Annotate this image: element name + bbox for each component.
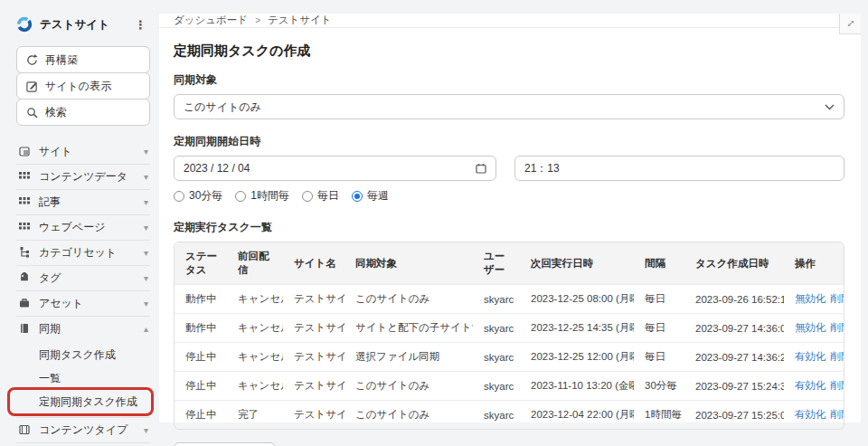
search-label: 検索 <box>45 105 67 120</box>
datetime-row: 2023 / 12 / 04 21：13 <box>174 156 844 181</box>
sync-target-label: 同期対象 <box>174 72 844 88</box>
start-date-input[interactable]: 2023 / 12 / 04 <box>174 156 496 181</box>
calendar-icon[interactable] <box>476 163 486 174</box>
start-date-value: 2023 / 12 / 04 <box>184 162 250 175</box>
breadcrumb-dashboard[interactable]: ダッシュボード <box>174 14 248 27</box>
kebab-menu-icon[interactable]: ⋮ <box>131 18 150 32</box>
table-row: 停止中 完了 テストサイト このサイトのみ skyarc 2023-12-04 … <box>175 401 844 430</box>
delete-link[interactable]: 削除 <box>831 321 844 335</box>
sidebar-item-asset[interactable]: アセット ▾ <box>16 290 150 316</box>
sidebar-item-content-data[interactable]: コンテンツデータ ▾ <box>16 164 150 189</box>
sidebar-item-member[interactable]: メンバー ▾ <box>16 442 150 446</box>
book-icon <box>19 323 31 335</box>
table-row: 動作中 キャンセル テストサイト このサイトのみ skyarc 2023-12-… <box>175 285 844 314</box>
sidebar-item-webpage[interactable]: ウェブページ ▾ <box>16 214 150 240</box>
sidebar-nav: サイト ▾ コンテンツデータ ▾ 記事 ▾ ウェブページ ▾ カテゴリセット ▾… <box>16 138 150 446</box>
sidebar-item-sync[interactable]: 同期 ▴ <box>16 316 150 341</box>
col-user: ユーザー <box>473 242 520 285</box>
rebuild-label: 再構築 <box>45 52 78 68</box>
search-icon <box>26 107 38 119</box>
radio-circle-checked <box>352 191 363 202</box>
sidebar-subitem-sync-task-create[interactable]: 同期タスク作成 <box>16 343 150 366</box>
col-sync-target: 同期対象 <box>344 242 473 285</box>
chevron-down-icon[interactable]: ▾ <box>144 197 150 207</box>
sidebar-item-article[interactable]: 記事 ▾ <box>16 189 150 214</box>
radio-daily[interactable]: 毎日 <box>302 188 339 204</box>
delete-link[interactable]: 削除 <box>831 379 844 393</box>
table-row: 停止中 キャンセル テストサイト このサイトのみ skyarc 2023-11-… <box>175 372 844 401</box>
start-time-input[interactable]: 21：13 <box>514 156 844 181</box>
breadcrumb: ダッシュボード > テストサイト <box>159 14 861 28</box>
grid-icon <box>19 222 31 233</box>
tag-icon <box>19 272 31 284</box>
radio-circle <box>302 191 313 202</box>
status-cell: 停止中 <box>175 372 227 401</box>
col-status: ステータス <box>175 242 227 285</box>
grid-icon <box>19 171 31 183</box>
site-title: テストサイト <box>40 17 131 33</box>
table-header-row: ステータス 前回配信 サイト名 同期対象 ユーザー 次回実行日時 間隔 タスク作… <box>175 242 844 285</box>
chevron-down-icon[interactable]: ▾ <box>144 223 150 232</box>
chevron-up-icon[interactable]: ▴ <box>144 324 150 334</box>
sidebar-item-site[interactable]: サイト ▾ <box>16 138 150 164</box>
table-row: 動作中 キャンセル テストサイト サイトと配下の子サイトすべて skyarc 2… <box>175 314 844 343</box>
col-actions: 操作 <box>784 242 844 285</box>
delete-link[interactable]: 削除 <box>831 408 844 422</box>
status-cell: 動作中 <box>175 314 227 343</box>
enable-link[interactable]: 有効化 <box>795 379 826 393</box>
browser-icon <box>19 146 31 157</box>
chevron-down-icon[interactable]: ▾ <box>144 248 150 258</box>
radio-circle <box>174 191 184 202</box>
enable-link[interactable]: 有効化 <box>795 408 826 422</box>
briefcase-icon <box>19 298 31 309</box>
status-cell: 停止中 <box>175 401 227 430</box>
disable-link[interactable]: 無効化 <box>795 321 826 335</box>
disable-link[interactable]: 無効化 <box>795 292 826 306</box>
sidebar-item-category-set[interactable]: カテゴリセット ▾ <box>16 240 150 265</box>
sync-subnav: 同期タスク作成 一覧 定期同期タスク作成 <box>16 341 150 417</box>
radio-1hour[interactable]: 1時間毎 <box>235 188 289 204</box>
breadcrumb-separator: > <box>255 15 260 25</box>
delete-link[interactable]: 削除 <box>831 350 844 364</box>
view-site-button[interactable]: サイトの表示 <box>16 72 150 100</box>
col-last-delivery: 前回配信 <box>227 242 283 285</box>
status-cell: 動作中 <box>175 285 227 314</box>
start-datetime-label: 定期同期開始日時 <box>174 134 844 149</box>
col-created: タスク作成日時 <box>684 242 784 285</box>
chevron-down-icon[interactable]: ▾ <box>144 425 150 435</box>
radio-circle <box>235 191 246 202</box>
col-next-run: 次回実行日時 <box>520 242 634 285</box>
sidebar-item-content-type[interactable]: コンテンツタイプ ▾ <box>16 417 150 442</box>
table-row: 停止中 キャンセル テストサイト 選択ファイル同期 skyarc 2023-12… <box>175 343 844 372</box>
chevron-down-icon[interactable]: ▾ <box>144 172 150 182</box>
col-site-name: サイト名 <box>283 242 344 285</box>
main-content: 定期同期タスクの作成 同期対象 このサイトのみ 定期同期開始日時 2023 / … <box>159 28 861 446</box>
task-table-container: ステータス 前回配信 サイト名 同期対象 ユーザー 次回実行日時 間隔 タスク作… <box>174 242 844 430</box>
view-site-icon <box>26 81 38 92</box>
chevron-down-icon <box>825 104 835 110</box>
status-cell: 停止中 <box>175 343 227 372</box>
breadcrumb-site[interactable]: テストサイト <box>268 14 332 27</box>
sidebar-header: テストサイト ⋮ <box>16 13 150 36</box>
radio-weekly[interactable]: 毎週 <box>352 188 389 204</box>
radio-30min[interactable]: 30分毎 <box>174 188 222 204</box>
delete-link[interactable]: 削除 <box>831 292 844 306</box>
rebuild-button[interactable]: 再構築 <box>16 46 150 73</box>
sync-target-select[interactable]: このサイトのみ <box>174 94 844 119</box>
page-title: 定期同期タスクの作成 <box>174 43 844 60</box>
chevron-down-icon[interactable]: ▾ <box>144 147 150 157</box>
start-time-value: 21：13 <box>524 161 560 176</box>
sidebar: テストサイト ⋮ 再構築 サイトの表示 検索 サイト ▾ コンテンツデータ <box>0 0 159 446</box>
enable-link[interactable]: 有効化 <box>795 350 826 364</box>
chevron-down-icon[interactable]: ▾ <box>144 299 150 308</box>
hierarchy-icon <box>19 247 31 259</box>
app-logo-icon <box>16 16 33 33</box>
reserve-sync-button[interactable]: 同期を予約する <box>174 442 276 446</box>
sidebar-item-tag[interactable]: タグ ▾ <box>16 265 150 290</box>
chevron-down-icon[interactable]: ▾ <box>144 273 150 283</box>
sidebar-subitem-periodic-sync-task-create[interactable]: 定期同期タスク作成 <box>16 390 150 413</box>
task-list-title: 定期実行タスク一覧 <box>174 220 844 235</box>
sidebar-subitem-sync-list[interactable]: 一覧 <box>16 366 150 390</box>
expand-panel-button[interactable] <box>839 14 861 34</box>
search-button[interactable]: 検索 <box>16 99 150 126</box>
